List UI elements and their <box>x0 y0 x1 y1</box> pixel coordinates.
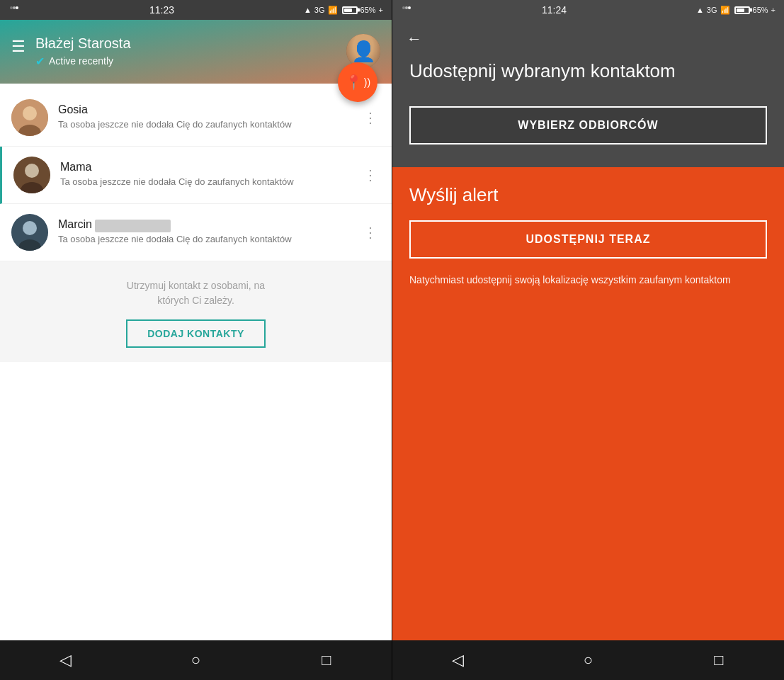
right-back-nav-icon[interactable]: ◁ <box>442 645 473 676</box>
left-status-icons <box>8 5 20 16</box>
right-battery-label: 65% <box>753 6 768 14</box>
right-signal-label: 3G <box>707 6 717 14</box>
svg-point-0 <box>10 6 13 9</box>
contact-desc-gosia: Ta osoba jeszcze nie dodała Cię do zaufa… <box>58 118 351 131</box>
contact-name-marcin-blurred: ████████ <box>95 220 171 232</box>
left-battery-label: 65% <box>360 6 376 14</box>
svg-point-13 <box>405 6 408 9</box>
add-contacts-button[interactable]: DODAJ KONTAKTY <box>126 319 266 348</box>
contact-desc-mama: Ta osoba jeszcze nie dodała Cię do zaufa… <box>60 176 351 188</box>
contact-name-mama: Mama <box>60 161 351 174</box>
alert-description-text: Natychmiast udostępnij swoją lokalizację… <box>409 273 767 288</box>
left-status-right-icons: ▲ 3G 📶 65% + <box>304 6 383 15</box>
svg-point-2 <box>16 6 18 9</box>
choose-recipients-button[interactable]: WYBIERZ ODBIORCÓW <box>409 106 767 144</box>
right-status-right-icons: ▲ 3G 📶 65% + <box>696 6 776 15</box>
share-contacts-title: Udostępnij wybranym kontaktom <box>409 60 767 84</box>
add-contacts-cta: Utrzymuj kontakt z osobami, naktórych Ci… <box>0 261 392 362</box>
left-home-nav-icon[interactable]: ○ <box>180 645 211 676</box>
right-status-time: 11:24 <box>542 4 567 16</box>
back-arrow-icon[interactable]: ← <box>407 30 422 48</box>
send-alert-title: Wyślij alert <box>409 184 767 206</box>
contact-more-marcin-icon[interactable]: ⋮ <box>360 221 380 244</box>
svg-point-4 <box>23 106 37 120</box>
user-name: Błażej Starosta <box>35 35 131 52</box>
active-status-text: Active recently <box>49 55 113 67</box>
right-bottom-section: Wyślij alert UDOSTĘPNIJ TERAZ Natychmias… <box>392 167 784 640</box>
left-header: ☰ Błażej Starosta ✔ Active recently 📍 )) <box>0 20 392 84</box>
contact-name-gosia: Gosia <box>58 103 351 116</box>
svg-point-14 <box>408 6 411 9</box>
right-battery-icon <box>734 6 750 14</box>
left-recent-nav-icon[interactable]: □ <box>311 645 342 676</box>
contact-more-mama-icon[interactable]: ⋮ <box>360 164 380 186</box>
left-status-time: 11:23 <box>149 4 174 16</box>
svg-point-10 <box>23 221 37 235</box>
right-status-bar: 11:24 ▲ 3G 📶 65% + <box>392 0 784 20</box>
svg-point-12 <box>402 6 405 9</box>
left-status-bar: 11:23 ▲ 3G 📶 65% + <box>0 0 392 20</box>
contact-item-mama[interactable]: Mama Ta osoba jeszcze nie dodała Cię do … <box>0 147 392 204</box>
contact-item-gosia[interactable]: Gosia Ta osoba jeszcze nie dodała Cię do… <box>0 89 392 147</box>
contact-more-gosia-icon[interactable]: ⋮ <box>360 106 380 129</box>
active-status-check-icon: ✔ <box>35 55 45 68</box>
contact-list: Gosia Ta osoba jeszcze nie dodała Cię do… <box>0 84 392 640</box>
right-home-nav-icon[interactable]: ○ <box>572 645 603 676</box>
avatar-gosia <box>11 99 48 136</box>
avatar-mama <box>13 157 50 193</box>
svg-point-1 <box>13 6 16 9</box>
right-recent-nav-icon[interactable]: □ <box>703 645 734 676</box>
contact-name-marcin: Marcin <box>58 218 92 231</box>
hamburger-menu-icon[interactable]: ☰ <box>11 38 25 56</box>
left-screen: 11:23 ▲ 3G 📶 65% + ☰ Błażej Starosta ✔ A… <box>0 0 392 680</box>
left-battery-icon <box>342 6 358 14</box>
location-pin-icon: 📍 <box>345 74 363 91</box>
cta-description-text: Utrzymuj kontakt z osobami, naktórych Ci… <box>127 278 265 308</box>
fab-signal-icon: )) <box>364 76 370 88</box>
contact-desc-marcin: Ta osoba jeszcze nie dodała Cię do zaufa… <box>58 233 351 246</box>
right-top-section: Udostępnij wybranym kontaktom WYBIERZ OD… <box>392 48 784 167</box>
avatar-marcin <box>11 214 48 251</box>
right-header: ← <box>392 20 784 48</box>
right-status-icons <box>401 5 412 16</box>
left-nav-bar: ◁ ○ □ <box>0 640 392 680</box>
share-now-button[interactable]: UDOSTĘPNIJ TERAZ <box>409 220 767 259</box>
left-signal-label: 3G <box>314 6 325 14</box>
svg-point-7 <box>25 164 39 178</box>
left-back-nav-icon[interactable]: ◁ <box>50 645 81 676</box>
location-fab-button[interactable]: 📍 )) <box>338 62 377 102</box>
right-nav-bar: ◁ ○ □ <box>392 640 784 680</box>
right-screen: 11:24 ▲ 3G 📶 65% + ← Udostępnij wybranym… <box>392 0 784 680</box>
contact-item-marcin[interactable]: Marcin ████████ Ta osoba jeszcze nie dod… <box>0 204 392 261</box>
